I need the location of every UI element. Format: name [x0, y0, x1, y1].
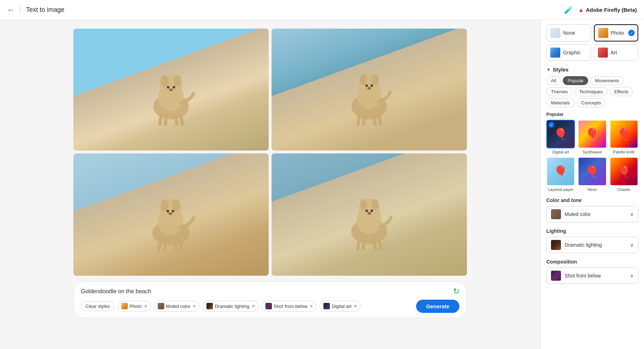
style-card-palette-knife[interactable]: 🎈 Palette knife: [610, 120, 638, 154]
tag-muted-icon: [158, 303, 164, 309]
tag-shot-label: Shot from below: [274, 304, 307, 309]
composition-chevron: ∨: [630, 273, 634, 279]
graphic-icon: [550, 48, 560, 58]
image-card-3[interactable]: [73, 153, 269, 275]
image-card-1[interactable]: [73, 29, 269, 151]
image-card-4[interactable]: [272, 153, 467, 275]
image-card-2[interactable]: [272, 29, 467, 151]
content-type-none[interactable]: None: [546, 24, 591, 41]
filter-tab-concepts[interactable]: Concepts: [577, 98, 606, 107]
svg-line-47: [379, 239, 381, 249]
collapse-icon[interactable]: ▼: [546, 67, 551, 72]
svg-line-9: [165, 115, 167, 124]
prompt-input[interactable]: [81, 288, 453, 295]
image-grid: [73, 29, 467, 276]
filter-tab-techniques[interactable]: Techniques: [575, 87, 608, 96]
tag-digital-close[interactable]: ×: [354, 303, 357, 309]
style-card-synthwave[interactable]: 🎈 Synthwave: [578, 120, 606, 154]
tag-muted-close[interactable]: ×: [193, 303, 196, 309]
tag-photo-label: Photo: [130, 304, 142, 309]
tag-digital-art[interactable]: Digital art ×: [319, 301, 361, 311]
none-label: None: [563, 30, 575, 36]
style-card-digital-art[interactable]: 🎈 ✓ Digital art: [546, 120, 575, 154]
content-type-photo[interactable]: Photo ✓: [594, 24, 639, 41]
sidebar: None Photo ✓ Graphic Art: [540, 20, 644, 349]
composition-dropdown[interactable]: Shot from below ∨: [546, 267, 638, 284]
dog-image-4: [337, 180, 401, 251]
filter-tab-themes[interactable]: Themes: [546, 87, 572, 96]
style-synthwave-img: 🎈: [578, 120, 606, 148]
tag-dramatic-lighting[interactable]: Dramatic lighting ×: [203, 301, 259, 311]
style-card-neon[interactable]: 🎈 Neon: [578, 157, 606, 191]
neon-label: Neon: [578, 187, 606, 192]
svg-line-20: [358, 115, 360, 124]
tag-muted-color[interactable]: Muted color ×: [154, 301, 200, 311]
image-placeholder-4: [272, 153, 467, 275]
digital-art-check: ✓: [548, 122, 554, 128]
adobe-brand: ▲ Adobe Firefly (Beta): [579, 7, 637, 13]
tags-row: Clear styles Photo × Muted color × Drama…: [81, 300, 459, 313]
back-button[interactable]: ←: [7, 6, 14, 14]
header-left: ← Text to image: [7, 6, 64, 14]
style-palette-knife-img: 🎈: [610, 120, 638, 148]
filter-tab-movements[interactable]: Movements: [590, 76, 624, 85]
filter-tab-popular[interactable]: Popular: [563, 76, 588, 85]
lab-icon: 🧪: [564, 6, 573, 14]
lighting-section: Lighting Dramatic lighting ∨: [546, 228, 638, 253]
svg-line-22: [374, 115, 375, 124]
color-tone-dropdown[interactable]: Muted color ∨: [546, 206, 638, 222]
tag-dramatic-label: Dramatic lighting: [215, 304, 249, 309]
photo-icon: [598, 28, 608, 38]
lighting-dropdown[interactable]: Dramatic lighting ∨: [546, 237, 638, 253]
adobe-logo-icon: ▲: [579, 7, 584, 13]
popular-label: Popular: [546, 112, 638, 117]
style-card-chaotic[interactable]: 🎈 Chaotic: [610, 157, 638, 191]
composition-label: Shot from below: [565, 273, 626, 279]
style-layered-paper-img: 🎈: [546, 157, 575, 186]
svg-line-23: [379, 115, 381, 124]
svg-point-30: [172, 210, 174, 212]
filter-tab-all[interactable]: All: [546, 76, 561, 85]
composition-icon: [551, 271, 561, 281]
svg-point-43: [367, 212, 371, 215]
svg-point-7: [169, 89, 173, 91]
app-header: ← Text to image 🧪 ▲ Adobe Firefly (Beta): [0, 0, 644, 20]
lighting-heading: Lighting: [546, 228, 638, 234]
generate-button[interactable]: Generate: [416, 300, 459, 313]
filter-tab-effects[interactable]: Effects: [610, 87, 633, 96]
dog-image-1: [139, 55, 203, 126]
tag-shot-from-below[interactable]: Shot from below ×: [262, 301, 317, 311]
tag-photo[interactable]: Photo ×: [117, 301, 151, 311]
tag-photo-close[interactable]: ×: [144, 303, 147, 309]
image-placeholder-2: [272, 29, 467, 151]
filter-tabs: All Popular Movements Themes Techniques …: [546, 76, 638, 107]
svg-line-11: [181, 115, 182, 124]
main-layout: ↻ Clear styles Photo × Muted color × Dra…: [0, 20, 644, 349]
neon-preview: 🎈: [579, 158, 606, 185]
tag-photo-icon: [121, 303, 128, 309]
content-area: ↻ Clear styles Photo × Muted color × Dra…: [0, 20, 540, 349]
page-title: Text to image: [20, 6, 64, 14]
photo-selected-badge: ✓: [628, 30, 635, 36]
none-icon: [550, 28, 560, 38]
image-placeholder-3: [73, 153, 269, 275]
refresh-icon[interactable]: ↻: [453, 287, 459, 296]
color-tone-section: Color and tone Muted color ∨: [546, 197, 638, 222]
tag-shot-close[interactable]: ×: [310, 303, 313, 309]
prompt-bar: ↻ Clear styles Photo × Muted color × Dra…: [73, 281, 467, 318]
tag-dramatic-icon: [206, 303, 213, 309]
color-tone-icon: [551, 209, 561, 219]
content-type-graphic[interactable]: Graphic: [546, 44, 591, 61]
filter-tab-materials[interactable]: Materials: [546, 98, 575, 107]
color-tone-heading: Color and tone: [546, 197, 638, 203]
svg-point-42: [371, 210, 373, 212]
dog-image-2: [337, 55, 401, 126]
tag-dramatic-close[interactable]: ×: [252, 303, 255, 309]
art-label: Art: [611, 50, 617, 55]
svg-line-8: [160, 115, 162, 124]
svg-point-31: [169, 212, 172, 215]
content-type-art[interactable]: Art: [594, 44, 639, 61]
lighting-icon: [551, 240, 561, 250]
style-card-layered-paper[interactable]: 🎈 Layered paper: [546, 157, 575, 191]
clear-styles-button[interactable]: Clear styles: [81, 301, 114, 311]
